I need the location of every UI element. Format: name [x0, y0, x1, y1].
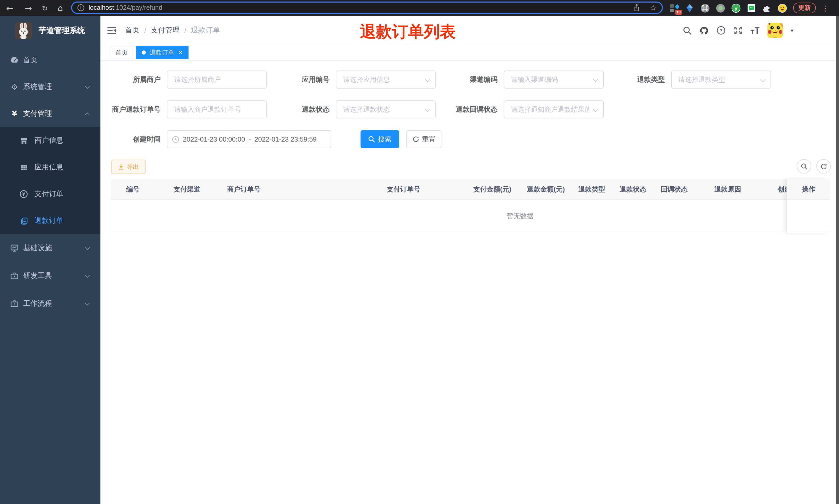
fullscreen-icon[interactable]	[733, 26, 743, 35]
search-label: 搜索	[378, 134, 391, 144]
breadcrumb-separator: /	[144, 26, 146, 35]
extension-command-icon[interactable]	[700, 3, 710, 13]
extension-y-icon[interactable]: y	[731, 3, 740, 13]
chevron-up-icon	[85, 112, 90, 118]
column-header: 退款金额(元)	[521, 179, 572, 199]
bookmark-star-icon[interactable]: ☆	[650, 3, 657, 12]
search-icon[interactable]	[682, 26, 692, 35]
browser-update-button[interactable]: 更新	[793, 3, 816, 13]
address-bar[interactable]: localhost:1024/pay/refund ☆	[71, 2, 663, 14]
app-select[interactable]	[336, 71, 436, 89]
extension-emoji-icon[interactable]	[778, 3, 787, 13]
url-host: localhost	[89, 4, 114, 11]
callback-status-select[interactable]	[504, 101, 604, 119]
extension-chat-icon[interactable]	[747, 3, 756, 13]
url-text[interactable]: localhost:1024/pay/refund	[89, 4, 633, 11]
sidebar-menu: 首页 ⚙ 系统管理 ¥ 支付管理 商户信息	[0, 47, 101, 318]
extension-kite-icon[interactable]	[685, 3, 694, 13]
browser-chrome: ← → ↻ ⌂ localhost:1024/pay/refund ☆ 10	[0, 0, 839, 16]
refund-docs-icon	[20, 217, 28, 225]
filter-label: 退款类型	[605, 75, 671, 84]
gear-icon: ⚙	[10, 83, 19, 91]
scrollbar[interactable]	[836, 16, 839, 504]
date-range-picker[interactable]: 2022-01-23 00:00:00 - 2022-01-23 23:59:5…	[167, 130, 331, 148]
browser-forward-icon[interactable]: →	[22, 0, 35, 16]
sidebar-item-system[interactable]: ⚙ 系统管理	[0, 74, 101, 101]
column-header: 支付金额(元)	[467, 179, 521, 199]
sidebar-item-app-info[interactable]: 应用信息	[0, 154, 101, 181]
briefcase-icon	[10, 272, 19, 280]
tab-home[interactable]: 首页	[111, 46, 132, 59]
export-button[interactable]: 导出	[111, 160, 146, 174]
column-header: 退款状态	[613, 179, 655, 199]
reset-button[interactable]: 重置	[406, 130, 441, 148]
site-info-icon[interactable]	[77, 4, 85, 11]
browser-home-icon[interactable]: ⌂	[54, 0, 67, 16]
sidebar-item-label: 首页	[23, 56, 38, 65]
close-icon[interactable]: ✕	[178, 49, 183, 56]
merchant-refund-no-input[interactable]	[167, 101, 267, 119]
channel-select[interactable]	[504, 71, 604, 89]
sidebar-item-pay-order[interactable]: ¥ 支付订单	[0, 181, 101, 208]
sidebar-item-workflow[interactable]: 工作流程	[0, 290, 101, 318]
date-end[interactable]: 2022-01-23 23:59:59	[254, 136, 317, 143]
font-size-icon[interactable]	[750, 26, 760, 35]
export-label: 导出	[127, 162, 139, 171]
caret-down-icon[interactable]: ▾	[790, 27, 793, 34]
sidebar-logo[interactable]: 芋道管理系统	[0, 16, 101, 45]
browser-reload-icon[interactable]: ↻	[38, 0, 52, 16]
sidebar-submenu: 商户信息 应用信息 ¥ 支付订单 退款订单	[0, 127, 101, 234]
sidebar-item-label: 工作流程	[23, 299, 52, 308]
extension-tiles-icon[interactable]: 10	[670, 3, 679, 13]
annotation-title: 退款订单列表	[360, 23, 456, 41]
active-dot	[142, 51, 146, 55]
date-start[interactable]: 2022-01-23 00:00:00	[183, 136, 245, 143]
update-label: 更新	[798, 4, 811, 12]
extension-record-icon[interactable]	[716, 3, 725, 13]
toggle-search-button[interactable]	[797, 159, 811, 174]
extension-badge: 10	[675, 10, 682, 15]
sidebar-toggle-icon[interactable]	[107, 25, 117, 36]
sidebar-item-label: 支付订单	[35, 190, 64, 199]
sidebar-item-dev-tools[interactable]: 研发工具	[0, 262, 101, 290]
sidebar-item-refund-order[interactable]: 退款订单	[0, 208, 101, 234]
empty-text: 暂无数据	[507, 200, 534, 232]
breadcrumb-home[interactable]: 首页	[125, 26, 140, 35]
sidebar-item-label: 研发工具	[23, 271, 52, 281]
tab-label: 退款订单	[149, 48, 174, 57]
date-separator: -	[245, 136, 254, 143]
dashboard-icon	[10, 56, 19, 64]
user-avatar[interactable]	[767, 23, 783, 38]
refund-table: 编号 支付渠道 商户订单号 支付订单号 支付金额(元) 退款金额(元) 退款类型…	[111, 179, 830, 232]
refund-status-select[interactable]	[336, 101, 436, 119]
search-icon	[368, 136, 375, 143]
sidebar-item-merchant-info[interactable]: 商户信息	[0, 127, 101, 154]
fixed-column-body	[787, 200, 830, 232]
reset-label: 重置	[422, 134, 435, 144]
github-icon[interactable]	[699, 26, 709, 35]
filter-label: 退款回调状态	[437, 105, 504, 114]
breadcrumb-pay[interactable]: 支付管理	[151, 26, 180, 35]
search-button[interactable]: 搜索	[360, 130, 399, 148]
browser-menu-icon[interactable]: ⋮	[822, 4, 829, 12]
filter-merchant-refund-no: 商户退款订单号	[101, 101, 267, 119]
refund-type-select[interactable]	[671, 71, 771, 89]
merchant-input[interactable]	[167, 71, 267, 89]
browser-back-icon[interactable]: ←	[3, 0, 17, 16]
tab-refund-order[interactable]: 退款订单✕	[136, 46, 189, 59]
help-icon[interactable]: ?	[716, 26, 726, 35]
table-header: 编号 支付渠道 商户订单号 支付订单号 支付金额(元) 退款金额(元) 退款类型…	[111, 179, 830, 200]
refresh-table-button[interactable]	[816, 159, 831, 174]
sidebar-item-pay[interactable]: ¥ 支付管理	[0, 101, 101, 127]
extensions-row: 10 y 更新 ⋮	[670, 0, 829, 16]
table-empty-row: 暂无数据	[111, 200, 830, 232]
chevron-down-icon	[85, 300, 90, 305]
sidebar-item-infra[interactable]: 基础设施	[0, 234, 101, 262]
share-icon[interactable]	[633, 4, 640, 12]
download-icon	[118, 164, 124, 170]
extensions-puzzle-icon[interactable]	[762, 3, 771, 13]
main-area: 首页 / 支付管理 / 退款订单 ? ▾ 退款订单列表	[101, 16, 839, 504]
app-title: 芋道管理系统	[39, 25, 85, 35]
sidebar-item-home[interactable]: 首页	[0, 47, 101, 74]
sidebar-item-label: 系统管理	[23, 83, 52, 92]
